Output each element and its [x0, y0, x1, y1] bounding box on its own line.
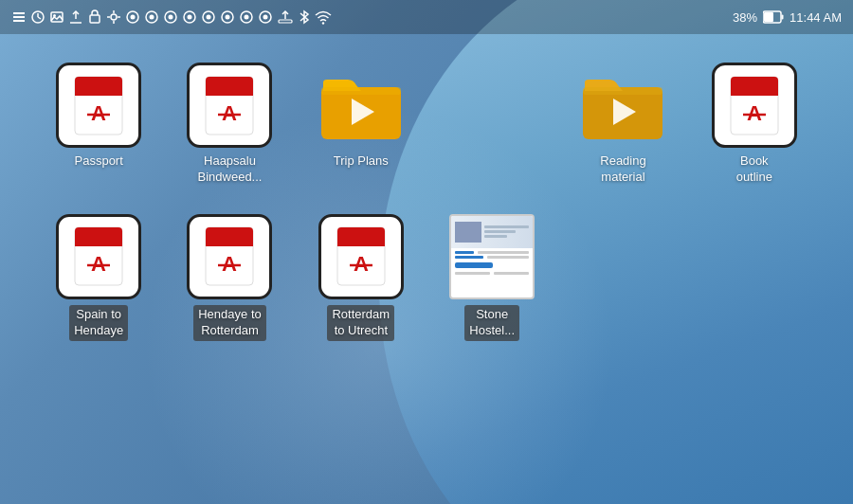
reading-folder-svg	[581, 70, 664, 141]
battery-icon	[763, 10, 784, 24]
trip-plans-icon	[318, 63, 404, 148]
svg-point-16	[131, 15, 136, 20]
spain-pdf-svg: A	[70, 225, 127, 287]
clock-icon	[30, 9, 45, 25]
passport-pdf-svg: A	[70, 75, 127, 136]
svg-text:A: A	[223, 252, 238, 276]
settings-icon2	[106, 9, 121, 25]
book-outline-icon: A	[712, 63, 797, 148]
svg-point-20	[169, 15, 173, 20]
book-outline-label: Bookoutline	[736, 153, 772, 186]
trip-plans-label: Trip Plans	[334, 153, 389, 170]
app-book-outline[interactable]: A Bookoutline	[694, 63, 815, 186]
battery-percentage: 38%	[733, 10, 757, 25]
time-display: 11:44 AM	[789, 10, 842, 25]
rotterdam-pdf-svg: A	[333, 225, 390, 287]
svg-rect-2	[13, 20, 25, 22]
chrome-icon5	[201, 9, 216, 25]
status-bar-icons	[11, 9, 332, 25]
app-hendaye-rotterdam[interactable]: A Hendaye toRotterdam	[169, 214, 290, 341]
app-grid: A Passport A HaapsaluBindweed...	[0, 34, 853, 360]
chrome-icon1	[125, 9, 140, 25]
svg-rect-35	[782, 15, 784, 20]
svg-point-30	[263, 15, 268, 20]
chrome-icon7	[239, 9, 254, 25]
svg-rect-64	[206, 243, 253, 246]
svg-point-22	[188, 15, 192, 20]
svg-rect-9	[90, 15, 100, 23]
svg-point-28	[245, 15, 249, 20]
svg-text:A: A	[91, 101, 106, 125]
app-spain-hendaye[interactable]: A Spain toHendaye	[38, 214, 159, 341]
image-icon	[49, 9, 64, 25]
rotterdam-utrecht-icon: A	[318, 214, 404, 299]
hendaye-pdf-svg: A	[201, 225, 258, 287]
svg-point-10	[111, 14, 117, 20]
chrome-icon6	[220, 9, 235, 25]
app-haapsalu[interactable]: A HaapsaluBindweed...	[169, 63, 290, 186]
upload2-icon	[277, 9, 294, 25]
book-outline-pdf-svg: A	[726, 75, 783, 136]
svg-point-18	[150, 15, 154, 20]
status-bar-right: 38% 11:44 AM	[733, 10, 842, 25]
app-rotterdam-utrecht[interactable]: A Rotterdamto Utrecht	[300, 214, 422, 341]
menu-icon	[11, 9, 27, 25]
svg-text:A: A	[354, 252, 369, 276]
app-reading-material[interactable]: Readingmaterial	[562, 63, 683, 186]
haapsalu-pdf-svg: A	[201, 75, 258, 136]
rotterdam-utrecht-label: Rotterdamto Utrecht	[327, 305, 394, 341]
chrome-icon4	[182, 9, 197, 25]
app-stone-hostel[interactable]: StoneHostel...	[431, 214, 553, 341]
chrome-icon2	[144, 9, 159, 25]
haapsalu-icon: A	[187, 63, 272, 148]
svg-rect-34	[764, 12, 773, 22]
svg-rect-69	[337, 243, 385, 246]
bluetooth-icon	[298, 9, 311, 25]
svg-rect-51	[583, 87, 662, 95]
passport-icon: A	[56, 63, 141, 148]
chrome-icon8	[258, 9, 273, 25]
thumbnail-image	[455, 222, 481, 243]
svg-rect-1	[13, 16, 25, 18]
upload-icon	[68, 9, 83, 25]
wifi-icon	[315, 9, 332, 25]
trip-plans-folder-svg	[319, 70, 403, 141]
svg-point-24	[207, 15, 211, 20]
svg-rect-38	[75, 92, 122, 96]
svg-point-26	[226, 15, 230, 20]
svg-text:A: A	[747, 101, 762, 125]
svg-text:A: A	[223, 101, 238, 125]
status-bar: 38% 11:44 AM	[0, 0, 853, 34]
svg-text:A: A	[91, 252, 106, 276]
svg-line-5	[38, 17, 41, 19]
reading-material-label: Readingmaterial	[600, 153, 645, 186]
svg-rect-48	[321, 87, 401, 95]
hendaye-rotterdam-icon: A	[187, 214, 272, 299]
reading-material-icon	[580, 63, 665, 148]
bag-icon	[87, 9, 102, 25]
spain-hendaye-icon: A	[56, 214, 141, 299]
hendaye-rotterdam-label: Hendaye toRotterdam	[193, 305, 266, 341]
stone-hostel-thumbnail	[449, 214, 535, 299]
app-passport[interactable]: A Passport	[38, 63, 159, 170]
svg-rect-59	[75, 243, 122, 246]
svg-rect-0	[13, 12, 25, 14]
svg-rect-54	[731, 92, 778, 96]
chrome-icon3	[163, 9, 178, 25]
app-trip-plans[interactable]: Trip Plans	[300, 63, 422, 170]
svg-rect-31	[279, 20, 292, 23]
passport-label: Passport	[75, 153, 123, 170]
stone-hostel-label: StoneHostel...	[464, 305, 519, 341]
haapsalu-label: HaapsaluBindweed...	[198, 153, 263, 186]
svg-rect-43	[206, 92, 253, 96]
svg-point-32	[322, 22, 324, 24]
spain-hendaye-label: Spain toHendaye	[69, 305, 128, 341]
